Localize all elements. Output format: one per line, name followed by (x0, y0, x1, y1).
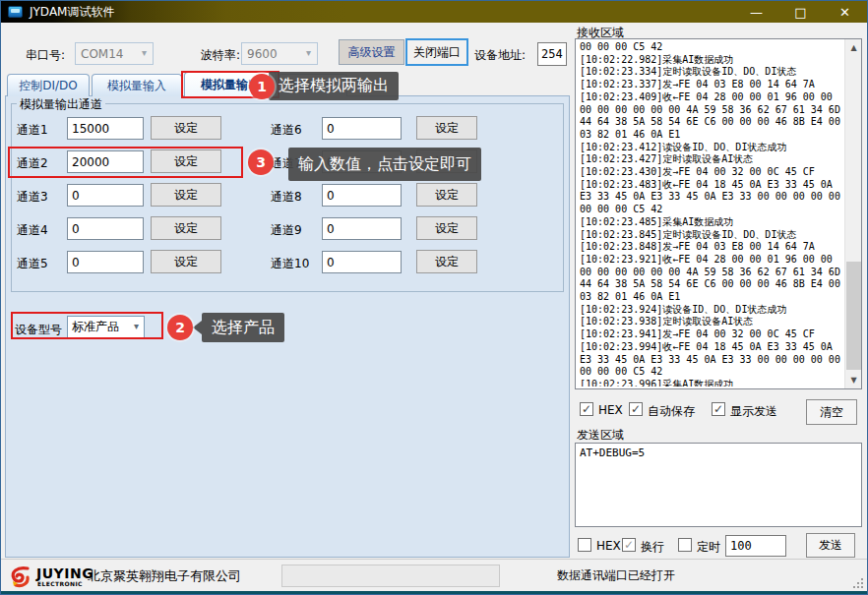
window-bottom-border (1, 591, 867, 594)
port-value: COM14 (81, 47, 123, 61)
port-label: 串口号: (26, 47, 65, 64)
title-bar: JYDAM调试软件 — □ ✕ (1, 1, 867, 23)
chevron-down-icon: ▾ (306, 47, 311, 58)
receive-scrollbar[interactable]: ▲ ▼ (844, 39, 861, 388)
channel4-input[interactable] (67, 217, 144, 240)
channel9-label: 通道9 (271, 222, 302, 239)
show-send-checkbox[interactable]: ✓ (712, 402, 725, 416)
baud-label: 波特率: (201, 47, 240, 64)
receive-log-box[interactable]: 00 00 00 C5 42 [10:02:22.982]采集AI数据成功 [1… (575, 38, 862, 389)
receive-log-text: 00 00 00 C5 42 [10:02:22.982]采集AI数据成功 [1… (580, 41, 842, 387)
channel4-label: 通道4 (17, 222, 48, 239)
channel8-set-button[interactable]: 设定 (416, 183, 477, 207)
annotation-badge-2: 2 (167, 315, 193, 340)
send-area-title: 发送区域 (577, 427, 624, 444)
newline-label: 换行 (641, 539, 664, 556)
annotation-tooltip-3: 输入数值，点击设定即可 (288, 148, 481, 181)
annotation-box-channel2 (8, 147, 243, 178)
scrollbar-thumb[interactable] (846, 262, 861, 370)
channel6-set-button[interactable]: 设定 (416, 116, 477, 140)
channel6-label: 通道6 (271, 122, 302, 139)
rx-hex-label: HEX (598, 403, 623, 417)
channel1-set-button[interactable]: 设定 (151, 116, 221, 140)
baud-value: 9600 (247, 47, 278, 61)
send-text-input[interactable]: AT+DEBUG=5 (575, 443, 862, 527)
channel8-input[interactable] (322, 184, 402, 207)
channel6-input[interactable] (322, 117, 402, 140)
autosave-checkbox[interactable]: ✓ (629, 402, 643, 416)
timer-checkbox[interactable] (678, 538, 692, 552)
annotation-tooltip-2-arrow (193, 321, 202, 334)
channel9-set-button[interactable]: 设定 (416, 216, 477, 240)
baud-combo[interactable]: 9600 ▾ (241, 42, 318, 65)
device-address-input[interactable] (537, 42, 567, 66)
brand-subtitle: ELECTRONIC (37, 580, 83, 587)
channel8-label: 通道8 (271, 189, 302, 206)
port-combo[interactable]: COM14 ▾ (75, 42, 154, 65)
app-window: JYDAM调试软件 — □ ✕ 串口号: COM14 ▾ 波特率: 9600 ▾… (0, 0, 868, 595)
app-icon (8, 6, 23, 18)
close-port-button[interactable]: 关闭端口 (405, 38, 468, 66)
timer-interval-input[interactable] (725, 535, 786, 557)
tx-hex-checkbox[interactable] (578, 538, 591, 552)
juying-logo-icon (9, 565, 33, 589)
scroll-up-icon[interactable]: ▲ (845, 39, 862, 56)
channel1-input[interactable] (67, 117, 144, 140)
channel3-input[interactable] (67, 184, 144, 207)
chevron-down-icon: ▾ (142, 47, 147, 58)
channel10-set-button[interactable]: 设定 (416, 250, 477, 273)
timer-label: 定时 (697, 539, 720, 556)
company-name: 北京聚英翱翔电子有限公司 (88, 567, 241, 585)
channel9-input[interactable] (322, 217, 402, 240)
port-status-text: 数据通讯端口已经打开 (557, 567, 675, 584)
channel5-input[interactable] (67, 251, 144, 273)
annotation-tooltip-2: 选择产品 (202, 313, 284, 342)
window-title: JYDAM调试软件 (30, 4, 114, 21)
close-button[interactable]: ✕ (823, 1, 867, 23)
channel5-label: 通道5 (17, 256, 48, 272)
status-bar: JUYING ELECTRONIC 北京聚英翱翔电子有限公司 数据通讯端口已经打… (1, 559, 867, 591)
send-button[interactable]: 发送 (806, 533, 855, 558)
channel4-set-button[interactable]: 设定 (151, 216, 221, 240)
status-panel (281, 565, 500, 587)
channel10-label: 通道10 (271, 256, 309, 272)
channel3-label: 通道3 (17, 189, 48, 206)
scroll-down-icon[interactable]: ▼ (845, 372, 862, 388)
groupbox-title: 模拟量输出通道 (17, 96, 105, 113)
device-address-label: 设备地址: (474, 47, 526, 64)
tx-hex-label: HEX (596, 539, 621, 553)
brand-name: JUYING (36, 565, 93, 581)
annotation-badge-1: 1 (249, 74, 275, 99)
channel3-set-button[interactable]: 设定 (151, 183, 221, 207)
tab-control-dido[interactable]: 控制DI/DO (7, 74, 90, 96)
channel10-input[interactable] (322, 251, 402, 273)
autosave-label: 自动保存 (648, 403, 695, 420)
annotation-tooltip-1: 选择模拟两输出 (269, 72, 399, 100)
tab-analog-input[interactable]: 模拟量输入 (92, 74, 182, 96)
show-send-label: 显示发送 (730, 403, 777, 420)
channel1-label: 通道1 (17, 122, 48, 139)
rx-hex-checkbox[interactable]: ✓ (580, 402, 593, 416)
annotation-badge-3: 3 (248, 149, 274, 175)
advanced-settings-button[interactable]: 高级设置 (339, 39, 404, 65)
maximize-button[interactable]: □ (778, 1, 823, 23)
resize-grip[interactable] (851, 576, 863, 588)
annotation-box-model (11, 312, 163, 339)
clear-button[interactable]: 清空 (806, 399, 857, 425)
newline-checkbox[interactable]: ✓ (622, 538, 636, 552)
channel5-set-button[interactable]: 设定 (151, 250, 221, 273)
minimize-button[interactable]: — (734, 1, 778, 23)
